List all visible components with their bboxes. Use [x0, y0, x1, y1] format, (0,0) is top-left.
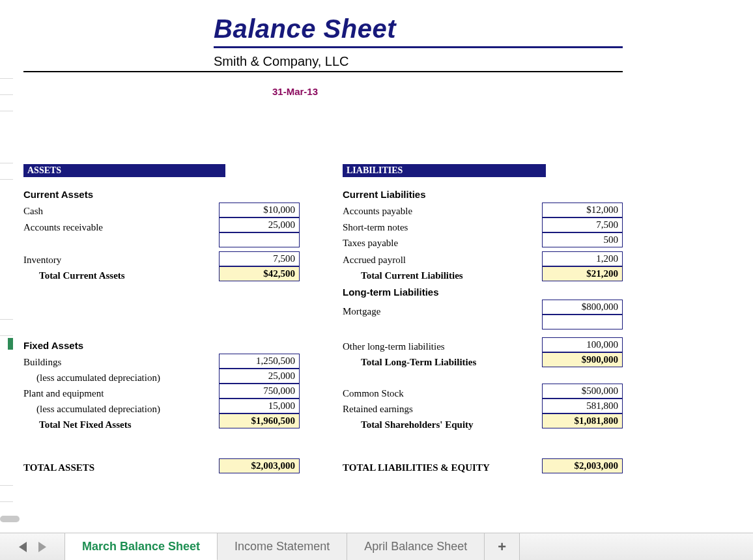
payroll-value[interactable]: 1,200 [542, 251, 623, 266]
taxes-label: Taxes payable [343, 238, 398, 249]
plant-label: Plant and equipment [23, 388, 104, 399]
tab-april-balance-sheet[interactable]: April Balance Sheet [347, 533, 485, 560]
liabilities-header: LIABILITIES [343, 164, 546, 177]
plant-value[interactable]: 750,000 [219, 384, 300, 399]
tab-nav [0, 533, 65, 560]
current-liabilities-heading: Current Liabilities [343, 189, 426, 200]
total-le-value[interactable]: $2,003,000 [542, 458, 623, 473]
dep2-label: (less accumulated depreciation) [36, 404, 160, 415]
dep1-value[interactable]: 25,000 [219, 369, 300, 384]
horizontal-scrollbar[interactable] [0, 516, 20, 522]
dep2-value[interactable]: 15,000 [219, 399, 300, 413]
row-selection-mark [8, 338, 13, 350]
buildings-label: Buildings [23, 357, 61, 368]
sheet-date: 31-Mar-13 [272, 86, 318, 97]
ar-value[interactable]: 25,000 [219, 217, 300, 232]
total-current-assets-label: Total Current Assets [39, 270, 125, 281]
other-lt-value[interactable]: 100,000 [542, 337, 623, 352]
taxes-value[interactable]: 500 [542, 232, 623, 247]
retained-value[interactable]: 581,800 [542, 399, 623, 413]
total-lt-value[interactable]: $900,000 [542, 352, 623, 367]
cash-label: Cash [23, 206, 43, 217]
company-name: Smith & Company, LLC [214, 54, 349, 69]
retained-label: Retained earnings [343, 404, 413, 415]
total-fixed-label: Total Net Fixed Assets [39, 419, 132, 430]
blank-cell-liab[interactable] [542, 315, 623, 329]
total-le-label: TOTAL LIABILITIES & EQUITY [343, 462, 490, 473]
current-assets-heading: Current Assets [23, 189, 93, 200]
tab-next-icon[interactable] [38, 542, 46, 552]
total-equity-value[interactable]: $1,081,800 [542, 413, 623, 428]
row-gutter [0, 0, 13, 514]
stn-label: Short-term notes [343, 222, 408, 233]
longterm-liab-heading: Long-term Liabilities [343, 287, 439, 298]
total-fixed-value[interactable]: $1,960,500 [219, 413, 300, 428]
tab-add-button[interactable]: + [485, 533, 520, 560]
inventory-label: Inventory [23, 255, 61, 266]
mortgage-value[interactable]: $800,000 [542, 300, 623, 315]
title-rule [214, 46, 623, 48]
ar-label: Accounts receivable [23, 222, 103, 233]
tab-march-balance-sheet[interactable]: March Balance Sheet [65, 533, 218, 560]
company-rule [23, 71, 623, 72]
sheet-content: Balance Sheet Smith & Company, LLC 31-Ma… [13, 0, 749, 514]
total-current-assets-value[interactable]: $42,500 [219, 266, 300, 281]
fixed-assets-heading: Fixed Assets [23, 340, 83, 351]
other-lt-label: Other long-term liabilities [343, 341, 445, 352]
total-lt-label: Total Long-Term Liabilities [361, 357, 476, 368]
assets-header: ASSETS [23, 164, 225, 177]
total-assets-value[interactable]: $2,003,000 [219, 458, 300, 473]
total-assets-label: TOTAL ASSETS [23, 462, 94, 473]
payroll-label: Accrued payroll [343, 255, 406, 266]
total-current-liab-label: Total Current Liabilities [361, 270, 463, 281]
sheet-tab-bar: March Balance Sheet Income Statement Apr… [0, 533, 753, 560]
tab-income-statement[interactable]: Income Statement [218, 533, 347, 560]
tab-prev-icon[interactable] [19, 542, 27, 552]
mortgage-label: Mortgage [343, 306, 380, 317]
total-current-liab-value[interactable]: $21,200 [542, 266, 623, 281]
page-title: Balance Sheet [214, 14, 396, 44]
stn-value[interactable]: 7,500 [542, 217, 623, 232]
dep1-label: (less accumulated depreciation) [36, 372, 160, 384]
blank-cell-assets[interactable] [219, 232, 300, 247]
inventory-value[interactable]: 7,500 [219, 251, 300, 266]
cash-value[interactable]: $10,000 [219, 203, 300, 217]
total-equity-label: Total Shareholders' Equity [361, 419, 474, 430]
ap-value[interactable]: $12,000 [542, 203, 623, 217]
common-stock-value[interactable]: $500,000 [542, 384, 623, 399]
common-stock-label: Common Stock [343, 388, 404, 399]
ap-label: Accounts payable [343, 206, 412, 217]
buildings-value[interactable]: 1,250,500 [219, 354, 300, 369]
